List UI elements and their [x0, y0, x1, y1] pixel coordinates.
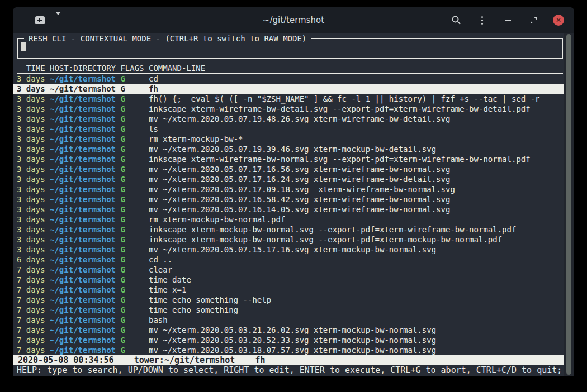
row-flags: G — [120, 114, 144, 124]
row-time: 3 days — [17, 134, 45, 144]
row-flags: G — [120, 335, 144, 345]
row-host-directory: ~/git/termshot — [50, 184, 116, 194]
row-time: 7 days — [17, 325, 45, 335]
history-row[interactable]: 3 days ~/git/termshot G mv ~/xterm.2020.… — [13, 194, 564, 204]
row-host-directory: ~/git/termshot — [50, 305, 116, 315]
menu-button[interactable] — [476, 14, 488, 26]
history-row[interactable]: 3 days ~/git/termshot G inkscape xterm-w… — [13, 154, 564, 164]
history-row[interactable]: 7 days ~/git/termshot G clear — [13, 265, 564, 275]
history-row[interactable]: 3 days ~/git/termshot G mv ~/xterm.2020.… — [13, 144, 564, 154]
history-row[interactable]: 3 days ~/git/termshot G mv ~/xterm.2020.… — [13, 114, 564, 124]
history-row[interactable]: 7 days ~/git/termshot G time echo someth… — [13, 305, 564, 315]
history-row[interactable]: 3 days ~/git/termshot G inkscape xterm-m… — [13, 235, 564, 245]
row-time: 7 days — [17, 315, 45, 325]
row-host-directory: ~/git/termshot — [50, 74, 116, 84]
row-host-directory: ~/git/termshot — [50, 104, 116, 114]
history-list: 3 days ~/git/termshot G cd 3 days ~/git/… — [13, 74, 564, 355]
close-button[interactable]: ✕ — [553, 15, 564, 26]
row-host-directory: ~/git/termshot — [50, 134, 116, 144]
row-host-directory: ~/git/termshot — [50, 315, 116, 325]
row-command: cd .. — [149, 255, 564, 265]
row-command: mv ~/xterm.2020.05.07.16.58.42.svg xterm… — [149, 194, 564, 204]
row-host-directory: ~/git/termshot — [50, 164, 116, 174]
row-host-directory: ~/git/termshot — [50, 245, 116, 255]
row-host-directory: ~/git/termshot — [50, 144, 116, 154]
history-row[interactable]: 7 days ~/git/termshot G bash — [13, 315, 564, 325]
search-panel-title: RESH CLI - CONTEXTUAL MODE - (CTRL+R to … — [24, 34, 311, 44]
search-input-cursor[interactable] — [21, 42, 26, 51]
history-row[interactable]: 3 days ~/git/termshot G mv ~/xterm.2020.… — [13, 174, 564, 184]
row-time: 3 days — [17, 164, 45, 174]
row-command: clear — [149, 265, 564, 275]
row-command: mv ~/xterm.2020.05.03.18.07.57.svg xterm… — [149, 345, 564, 355]
minimize-button[interactable] — [501, 14, 514, 26]
row-flags: G — [120, 275, 144, 285]
row-flags: G — [120, 174, 144, 184]
history-row[interactable]: 3 days ~/git/termshot G mv ~/xterm.2020.… — [13, 204, 564, 214]
row-host-directory: ~/git/termshot — [50, 235, 116, 245]
row-flags: G — [120, 124, 144, 134]
column-header-time: TIME — [17, 64, 45, 73]
row-command: mv ~/xterm.2020.05.07.17.16.56.svg xterm… — [149, 164, 564, 174]
row-host-directory: ~/git/termshot — [50, 154, 116, 164]
row-command: fh() {; eval $( ([ -n "$ZSH_NAME" ] && f… — [149, 94, 564, 104]
row-host-directory: ~/git/termshot — [50, 214, 116, 224]
history-row[interactable]: 3 days ~/git/termshot G rm xterm-mockup-… — [13, 214, 564, 224]
kebab-menu-icon — [481, 16, 483, 25]
row-flags: G — [120, 224, 144, 235]
history-row[interactable]: 3 days ~/git/termshot G inkscape xterm-m… — [13, 224, 564, 235]
row-host-directory: ~/git/termshot — [50, 124, 116, 134]
history-row[interactable]: 7 days ~/git/termshot G time date — [13, 275, 564, 285]
history-row[interactable]: 3 days ~/git/termshot G rm xterm-mockup-… — [13, 134, 564, 144]
history-row[interactable]: 3 days ~/git/termshot G fh() {; eval $( … — [13, 94, 564, 104]
row-flags: G — [120, 94, 144, 104]
help-line: HELP: type to search, UP/DOWN to select,… — [13, 365, 564, 375]
restore-icon — [530, 17, 537, 24]
history-row[interactable]: 7 days ~/git/termshot G time x=1 — [13, 285, 564, 295]
row-time: 3 days — [17, 94, 45, 104]
row-host-directory: ~/git/termshot — [50, 345, 116, 355]
history-row[interactable]: 7 days ~/git/termshot G mv ~/xterm.2020.… — [13, 335, 564, 345]
row-command: mv ~/xterm.2020.05.07.17.09.18.svg xterm… — [149, 184, 564, 194]
history-row[interactable]: 6 days ~/git/termshot G cd .. — [13, 255, 564, 265]
titlebar: ~/git/termshot ✕ — [13, 7, 574, 33]
row-host-directory: ~/git/termshot — [50, 295, 116, 305]
restore-button[interactable] — [527, 14, 539, 26]
history-row[interactable]: 3 days ~/git/termshot G mv ~/xterm.2020.… — [13, 164, 564, 174]
row-flags: G — [120, 235, 144, 245]
status-datetime: 2020-05-08 00:34:56 — [18, 355, 114, 365]
row-command: inkscape xterm-wireframe-bw-detail.svg -… — [149, 104, 564, 114]
search-panel: RESH CLI - CONTEXTUAL MODE - (CTRL+R to … — [17, 38, 563, 59]
search-button[interactable] — [450, 14, 462, 26]
column-header-flags: FLAGS — [120, 64, 144, 73]
scrollbar[interactable] — [564, 33, 574, 376]
row-flags: G — [120, 285, 144, 295]
row-flags: G — [120, 345, 144, 355]
row-command: bash — [149, 315, 564, 325]
row-host-directory: ~/git/termshot — [50, 84, 116, 94]
row-time: 3 days — [17, 194, 45, 204]
row-time: 3 days — [17, 174, 45, 184]
row-flags: G — [120, 144, 144, 154]
history-row[interactable]: 3 days ~/git/termshot G mv ~/xterm.2020.… — [13, 184, 564, 194]
history-row[interactable]: 3 days ~/git/termshot G ls — [13, 124, 564, 134]
row-command: inkscape xterm-wireframe-bw-normal.svg -… — [149, 154, 564, 164]
history-row[interactable]: 3 days ~/git/termshot G cd — [13, 74, 564, 84]
row-host-directory: ~/git/termshot — [50, 224, 116, 235]
row-flags: G — [120, 265, 144, 275]
table-header: TIME HOST:DIRECTORY FLAGS COMMAND-LINE — [17, 64, 563, 74]
history-row[interactable]: 7 days ~/git/termshot G mv ~/xterm.2020.… — [13, 325, 564, 335]
row-time: 7 days — [17, 345, 45, 355]
row-flags: G — [120, 194, 144, 204]
scrollbar-thumb[interactable] — [566, 34, 571, 375]
history-row[interactable]: 3 days ~/git/termshot G fh — [13, 84, 564, 94]
history-row[interactable]: 3 days ~/git/termshot G inkscape xterm-w… — [13, 104, 564, 114]
history-row[interactable]: 3 days ~/git/termshot G mv ~/xterm.2020.… — [13, 245, 564, 255]
row-host-directory: ~/git/termshot — [50, 265, 116, 275]
history-row[interactable]: 7 days ~/git/termshot G time echo someth… — [13, 295, 564, 305]
row-time: 3 days — [17, 235, 45, 245]
row-flags: G — [120, 214, 144, 224]
row-command: time echo something — [149, 305, 564, 315]
row-time: 7 days — [17, 285, 45, 295]
history-row[interactable]: 7 days ~/git/termshot G mv ~/xterm.2020.… — [13, 345, 564, 355]
